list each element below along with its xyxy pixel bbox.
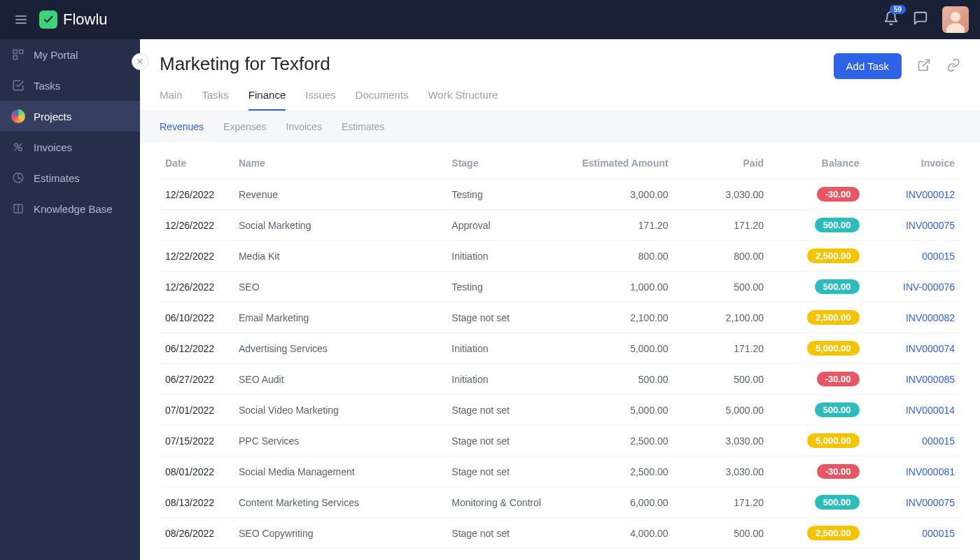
cell-invoice-link[interactable]: INV000075 — [865, 487, 960, 518]
tab-issues[interactable]: Issues — [305, 89, 335, 111]
svg-rect-2 — [13, 56, 17, 59]
brand-logo[interactable]: Flowlu — [39, 10, 108, 29]
cell-invoice-link[interactable]: 000015 — [865, 426, 960, 456]
subtab-estimates[interactable]: Estimates — [342, 121, 384, 132]
cell-paid: 500.00 — [674, 364, 769, 395]
cell-stage: Stage not set — [446, 426, 556, 456]
cell-invoice-link[interactable]: INV000075 — [865, 210, 960, 241]
cell-date: 12/26/2022 — [160, 179, 233, 210]
sidebar-item-label: Tasks — [34, 80, 60, 92]
cell-name: SEO Audit — [233, 364, 446, 395]
cell-balance: 500.00 — [769, 210, 864, 241]
subtab-expenses[interactable]: Expenses — [223, 121, 266, 132]
cell-estimated: 3,000.00 — [556, 179, 674, 210]
finance-subtabs: Revenues Expenses Invoices Estimates — [140, 111, 980, 142]
cell-date: 08/01/2022 — [160, 456, 233, 487]
col-estimated[interactable]: Estimated Amount — [556, 148, 674, 179]
cell-date: 12/22/2022 — [160, 241, 233, 272]
sidebar-item-tasks[interactable]: Tasks — [0, 70, 140, 101]
cell-paid: 171.20 — [674, 333, 769, 364]
tab-finance[interactable]: Finance — [248, 89, 286, 111]
table-row[interactable]: 07/01/2022Social Video MarketingStage no… — [160, 395, 960, 426]
cell-date: 06/27/2022 — [160, 364, 233, 395]
cell-balance: -30.00 — [769, 364, 864, 395]
cell-date: 12/26/2022 — [160, 272, 233, 302]
cell-paid: 171.20 — [674, 487, 769, 518]
table-row[interactable]: 06/27/2022SEO AuditInitiation500.00500.0… — [160, 364, 960, 395]
add-task-button[interactable]: Add Task — [834, 53, 902, 79]
total-paid: 7,600.00 — [674, 549, 769, 561]
cell-invoice-link[interactable]: INV000074 — [865, 333, 960, 364]
cell-invoice-link[interactable]: INV000085 — [865, 364, 960, 395]
cell-balance: 2,500.00 — [769, 518, 864, 549]
table-row[interactable]: 08/01/2022Social Media ManagementStage n… — [160, 456, 960, 487]
sidebar-item-estimates[interactable]: Estimates — [0, 162, 140, 193]
close-button[interactable]: ✕ — [132, 53, 148, 70]
svg-line-9 — [923, 59, 929, 66]
sidebar-item-invoices[interactable]: Invoices — [0, 132, 140, 162]
sidebar-item-label: Projects — [34, 111, 71, 122]
cell-invoice-link[interactable]: INV000082 — [865, 302, 960, 333]
col-invoice[interactable]: Invoice — [865, 148, 960, 179]
cell-invoice-link[interactable]: 000015 — [865, 518, 960, 549]
tabs: Main Tasks Finance Issues Documents Work… — [140, 79, 980, 111]
cell-date: 06/10/2022 — [160, 302, 233, 333]
knowledge-icon — [11, 202, 25, 216]
table-row[interactable]: 06/12/2022Advertising ServicesInitiation… — [160, 333, 960, 364]
cell-invoice-link[interactable]: INV-000076 — [865, 272, 960, 302]
menu-toggle-button[interactable] — [11, 11, 31, 28]
col-stage[interactable]: Stage — [446, 148, 556, 179]
cell-date: 07/01/2022 — [160, 395, 233, 426]
table-row[interactable]: 08/26/2022SEO CopywritingStage not set4,… — [160, 518, 960, 549]
open-external-icon[interactable] — [917, 58, 931, 75]
cell-name: Media Kit — [233, 241, 446, 272]
sidebar-item-my-portal[interactable]: My Portal — [0, 39, 140, 70]
cell-stage: Monitoring & Control — [446, 487, 556, 518]
notification-count-badge: 59 — [890, 5, 906, 14]
cell-invoice-link[interactable]: INV000012 — [865, 179, 960, 210]
messages-button[interactable] — [913, 10, 928, 29]
table-row[interactable]: 06/10/2022Email MarketingStage not set2,… — [160, 302, 960, 333]
subtab-invoices[interactable]: Invoices — [286, 121, 322, 132]
cell-name: SEO — [233, 272, 446, 302]
table-row[interactable]: 12/22/2022Media KitInitiation800.00800.0… — [160, 241, 960, 272]
projects-icon — [11, 109, 25, 123]
col-balance[interactable]: Balance — [769, 148, 864, 179]
cell-date: 06/12/2022 — [160, 333, 233, 364]
sidebar-item-label: Knowledge Base — [34, 203, 113, 215]
sidebar-item-projects[interactable]: Projects — [0, 101, 140, 132]
cell-paid: 5,000.00 — [674, 395, 769, 426]
user-avatar[interactable] — [942, 6, 969, 33]
cell-invoice-link[interactable]: 000015 — [865, 241, 960, 272]
link-icon[interactable] — [946, 58, 960, 75]
cell-invoice-link[interactable]: INV000081 — [865, 456, 960, 487]
cell-paid: 3,030.00 — [674, 426, 769, 456]
sidebar-item-knowledge-base[interactable]: Knowledge Base — [0, 193, 140, 224]
cell-balance: 500.00 — [769, 272, 864, 302]
cell-stage: Initiation — [446, 241, 556, 272]
table-row[interactable]: 12/26/2022SEOTesting1,000.00500.00500.00… — [160, 272, 960, 302]
cell-estimated: 4,000.00 — [556, 518, 674, 549]
tab-main[interactable]: Main — [160, 89, 183, 111]
cell-balance: 5,000.00 — [769, 426, 864, 456]
tab-documents[interactable]: Documents — [356, 89, 409, 111]
main-content: ✕ Marketing for Texford Add Task Main Ta… — [140, 39, 980, 560]
totals-row: 27,600.00 7,600.00 20,000.00 — [160, 549, 960, 561]
col-name[interactable]: Name — [233, 148, 446, 179]
table-row[interactable]: 12/26/2022RevenueTesting3,000.003,030.00… — [160, 179, 960, 210]
table-row[interactable]: 12/26/2022Social MarketingApproval171.20… — [160, 210, 960, 241]
tab-tasks[interactable]: Tasks — [202, 89, 229, 111]
cell-paid: 800.00 — [674, 241, 769, 272]
table-row[interactable]: 07/15/2022PPC ServicesStage not set2,500… — [160, 426, 960, 456]
cell-paid: 3,030.00 — [674, 456, 769, 487]
notifications-button[interactable]: 59 — [883, 10, 899, 29]
cell-estimated: 2,100.00 — [556, 302, 674, 333]
subtab-revenues[interactable]: Revenues — [160, 121, 204, 132]
table-row[interactable]: 08/13/2022Content Marketing ServicesMoni… — [160, 487, 960, 518]
col-paid[interactable]: Paid — [674, 148, 769, 179]
sidebar-item-label: Invoices — [34, 141, 72, 153]
svg-rect-0 — [13, 50, 17, 53]
col-date[interactable]: Date — [160, 148, 233, 179]
tab-work-structure[interactable]: Work Structure — [428, 89, 498, 111]
cell-invoice-link[interactable]: INV000014 — [865, 395, 960, 426]
